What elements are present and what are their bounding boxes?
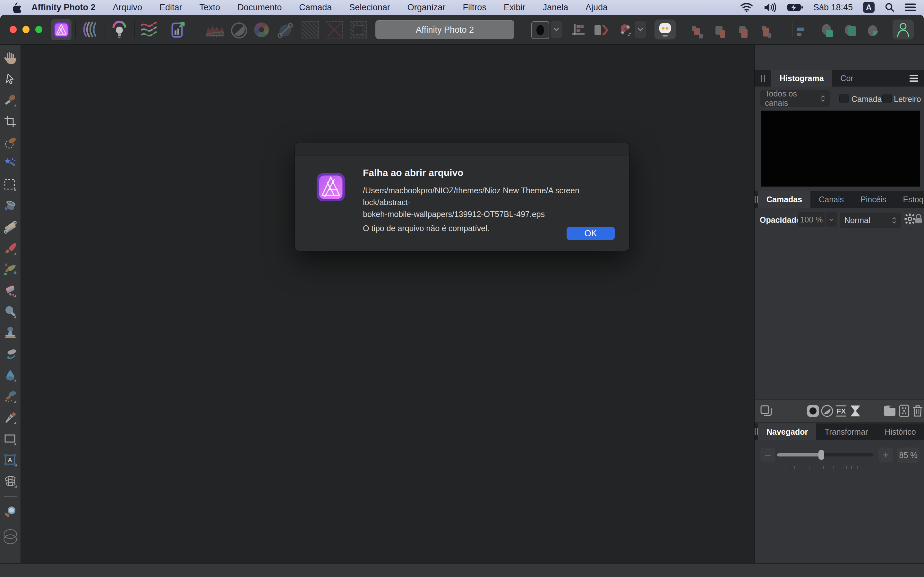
tone-mapping-persona-button[interactable] [136, 19, 162, 40]
pattern-layer-icon[interactable] [897, 404, 911, 418]
marquee-tool[interactable] [3, 177, 18, 192]
opacity-value[interactable]: 100 % [798, 212, 825, 227]
tab-cor[interactable]: Cor [832, 70, 862, 87]
menu-item-janela[interactable]: Janela [543, 3, 568, 13]
menu-item-camada[interactable]: Camada [299, 3, 332, 13]
color-replacement-brush-tool[interactable] [3, 262, 18, 277]
apple-menu-icon[interactable] [10, 2, 23, 13]
channels-dropdown[interactable]: Todos os canais [760, 90, 830, 107]
zoom-tool[interactable] [3, 504, 18, 519]
tab-estoque[interactable]: Estoque [895, 191, 924, 208]
zoom-percentage[interactable]: 85 % [897, 448, 919, 463]
move-to-back-icon[interactable] [759, 25, 773, 39]
letreiro-checkbox[interactable] [882, 94, 892, 103]
pen-tool[interactable] [3, 410, 18, 425]
flood-select-wand-tool[interactable] [3, 156, 18, 171]
tab-transformar[interactable]: Transformar [816, 424, 876, 440]
tab-navegador[interactable]: Navegador [758, 424, 816, 440]
color-wells[interactable] [3, 526, 18, 548]
undo-brush-tool[interactable] [3, 347, 18, 362]
blur-tool[interactable] [3, 368, 18, 383]
assistant-grid-icon[interactable] [572, 23, 586, 37]
menu-item-ajuda[interactable]: Ajuda [586, 3, 607, 13]
wifi-icon[interactable] [740, 3, 753, 12]
dodge-tool[interactable] [3, 305, 18, 319]
develop-persona-button[interactable] [106, 19, 133, 40]
snapping-dropdown-chevron[interactable] [635, 21, 646, 38]
opacity-dropdown-chevron[interactable] [826, 212, 837, 227]
zoom-out-button[interactable]: – [760, 448, 775, 462]
panel-drag-grip[interactable] [754, 70, 771, 87]
blend-mode-dropdown[interactable]: Normal [840, 213, 901, 228]
close-window-button[interactable] [10, 26, 17, 33]
group-layers-folder-icon[interactable] [883, 404, 897, 418]
selection-brush-tool[interactable] [3, 135, 18, 150]
tab-camadas[interactable]: Camadas [758, 191, 811, 208]
menu-item-exibir[interactable]: Exibir [504, 3, 525, 13]
spotlight-search-icon[interactable] [885, 3, 895, 12]
camada-checkbox[interactable] [839, 94, 849, 103]
volume-icon[interactable] [763, 2, 777, 13]
export-persona-button[interactable] [165, 19, 192, 40]
erase-tool[interactable] [3, 284, 18, 298]
color-wheel-icon[interactable] [254, 23, 269, 37]
panel-drag-grip[interactable] [754, 191, 758, 208]
clone-stamp-tool[interactable] [3, 326, 18, 340]
tab-historico[interactable]: Histórico [876, 424, 924, 440]
live-filter-icon[interactable] [848, 404, 863, 418]
input-source-badge[interactable]: A [863, 2, 875, 13]
account-person-button[interactable] [893, 19, 914, 39]
ok-button[interactable]: OK [567, 227, 615, 240]
menu-item-selecionar[interactable]: Selecionar [349, 3, 390, 13]
duplicate-layer-icon[interactable] [759, 404, 773, 418]
paint-brush-tool[interactable] [3, 241, 18, 256]
menu-item-arquivo[interactable]: Arquivo [113, 3, 142, 13]
alignment-icon[interactable] [795, 26, 806, 38]
panel-drag-grip[interactable] [754, 424, 758, 440]
boolean-intersect-icon[interactable] [843, 24, 859, 39]
mask-clear-icon[interactable] [326, 21, 343, 39]
adjustment-layer-icon[interactable] [820, 404, 834, 418]
menu-item-documento[interactable]: Documento [237, 3, 282, 13]
zoom-window-button[interactable] [35, 26, 42, 33]
mask-layer-icon[interactable] [806, 404, 820, 418]
move-to-front-icon[interactable] [690, 25, 704, 39]
color-picker-tool[interactable] [3, 93, 18, 108]
levels-icon[interactable] [205, 23, 225, 38]
boolean-divide-icon[interactable] [866, 24, 881, 39]
healing-brush-tool[interactable] [3, 389, 18, 404]
gradient-tool[interactable] [3, 220, 18, 235]
quick-mask-dropdown-chevron[interactable] [551, 21, 562, 38]
tab-canais[interactable]: Canais [811, 191, 852, 208]
automation-robot-button[interactable] [654, 19, 676, 39]
histogram-menu-icon[interactable] [909, 75, 918, 82]
menu-item-filtros[interactable]: Filtros [463, 3, 486, 13]
tab-histograma[interactable]: Histograma [771, 70, 832, 87]
menu-app-name[interactable]: Affinity Photo 2 [31, 3, 95, 13]
battery-charging-icon[interactable] [787, 3, 803, 11]
tab-pinceis[interactable]: Pincéis [852, 191, 895, 208]
layer-effects-fx-icon[interactable]: FX [834, 404, 848, 418]
mask-invert-icon[interactable] [350, 21, 367, 39]
boolean-add-icon[interactable] [820, 24, 835, 39]
menu-item-editar[interactable]: Editar [160, 3, 182, 13]
liquify-persona-button[interactable] [76, 19, 103, 40]
minimize-window-button[interactable] [23, 26, 29, 33]
magnet-snapping-icon[interactable] [618, 23, 633, 37]
menu-item-texto[interactable]: Texto [200, 3, 220, 13]
layer-lock-icon[interactable] [914, 212, 923, 226]
photo-persona-button[interactable] [51, 19, 72, 41]
move-backward-icon[interactable] [737, 25, 751, 39]
frame-text-tool[interactable]: A [3, 453, 18, 467]
zoom-slider-thumb[interactable] [819, 450, 824, 460]
crop-tool[interactable] [3, 114, 18, 129]
view-hand-tool[interactable] [3, 51, 18, 65]
zoom-slider-track[interactable] [777, 453, 873, 456]
move-forward-icon[interactable] [714, 25, 728, 39]
delete-layer-trash-icon[interactable] [911, 404, 924, 418]
contrast-icon[interactable] [230, 22, 248, 39]
snap-split-icon[interactable] [594, 25, 609, 35]
clock[interactable]: Sáb 18:45 [813, 3, 853, 13]
control-center-icon[interactable] [905, 3, 916, 12]
move-tool[interactable] [3, 72, 18, 87]
